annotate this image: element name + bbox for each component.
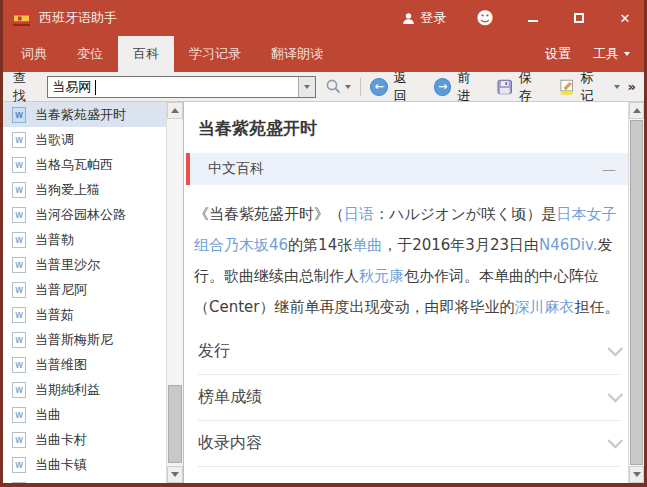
back-button[interactable]: ← 返回 <box>370 69 419 105</box>
search-input[interactable] <box>48 77 298 97</box>
save-label: 保存 <box>519 69 544 105</box>
article-text: 担任。 <box>575 298 620 316</box>
collapsible-section-row[interactable]: 发行 <box>198 329 620 375</box>
menubar-right: 设置 工具 <box>545 36 644 72</box>
search-button[interactable] <box>325 78 351 95</box>
list-item[interactable]: w 当普里沙尔 <box>3 252 167 277</box>
section-header-label: 中文百科 <box>208 160 264 178</box>
article-link[interactable]: 单曲 <box>352 236 382 254</box>
close-button[interactable]: ✕ <box>618 10 632 26</box>
entry-label: 当春紫苑盛开时 <box>35 106 126 124</box>
tools-button[interactable]: 工具 <box>593 45 630 63</box>
scroll-down-button[interactable] <box>167 466 183 483</box>
settings-button[interactable]: 设置 <box>545 45 571 63</box>
menu-tab[interactable]: 变位 <box>62 36 118 72</box>
list-item[interactable]: w 当普斯梅斯尼 <box>3 327 167 352</box>
maximize-button[interactable] <box>572 10 586 26</box>
collapsible-section-row[interactable]: 榜单成绩 <box>198 375 620 421</box>
menu-tab-label: 学习记录 <box>189 46 241 61</box>
toolbar-overflow-button[interactable]: » <box>628 79 636 94</box>
scrollbar-thumb[interactable] <box>168 385 182 463</box>
article-title: 当春紫苑盛开时 <box>184 102 644 140</box>
tools-label: 工具 <box>593 45 619 63</box>
back-arrow-icon: ← <box>370 78 387 96</box>
menu-tab[interactable]: 翻译朗读 <box>256 36 338 72</box>
list-item[interactable]: w 当惹雍错 <box>3 477 167 483</box>
menu-tab[interactable]: 词典 <box>6 36 62 72</box>
triangle-up-icon <box>171 108 179 113</box>
toolbar: 查找 ← 返回 → 前进 <box>3 72 644 102</box>
toolbar-separator <box>360 78 361 96</box>
feedback-smiley-icon[interactable]: ☻ <box>476 10 494 27</box>
section-list: 发行 榜单成绩 收录内容 <box>198 329 620 467</box>
app-window: 西班牙语助手 登录 ☻ ✕ 词典 变位 百科 学习记录 翻译朗读 设置 <box>0 0 647 487</box>
menu-tab[interactable]: 学习记录 <box>174 36 256 72</box>
collapse-icon[interactable]: — <box>602 161 616 177</box>
chevron-down-icon <box>608 341 624 357</box>
forward-arrow-icon: → <box>434 78 451 96</box>
entry-list: w 当春紫苑盛开时 w 当歌调 w 当格乌瓦帕西 w 当狗爱上猫 w 当河谷园林… <box>3 102 167 483</box>
sidebar: w 当春紫苑盛开时 w 当歌调 w 当格乌瓦帕西 w 当狗爱上猫 w 当河谷园林… <box>3 102 184 483</box>
list-item[interactable]: w 当狗爱上猫 <box>3 177 167 202</box>
triangle-up-icon <box>633 108 641 113</box>
wiki-doc-icon: w <box>12 207 26 223</box>
entry-label: 当普勒 <box>35 231 74 249</box>
list-item[interactable]: w 当普尼阿 <box>3 277 167 302</box>
content-scrollbar[interactable] <box>628 102 644 483</box>
list-item[interactable]: w 当普茹 <box>3 302 167 327</box>
minimize-button[interactable] <box>526 10 540 26</box>
list-item[interactable]: w 当歌调 <box>3 127 167 152</box>
scroll-up-button[interactable] <box>167 102 183 119</box>
wiki-doc-icon: w <box>12 107 26 123</box>
entry-label: 当普茹 <box>35 306 74 324</box>
wiki-doc-icon: w <box>12 182 26 198</box>
search-box <box>47 76 316 98</box>
triangle-down-icon <box>171 472 179 477</box>
entry-label: 当普尼阿 <box>35 281 87 299</box>
mark-dropdown-button[interactable] <box>614 85 620 89</box>
list-item[interactable]: w 当河谷园林公路 <box>3 202 167 227</box>
save-button[interactable]: 保存 <box>497 69 544 105</box>
entry-label: 当歌调 <box>35 131 74 149</box>
wiki-doc-icon: w <box>12 332 26 348</box>
person-icon <box>402 12 415 25</box>
article-link[interactable]: 秋元康 <box>359 267 404 285</box>
list-item[interactable]: w 当曲卡村 <box>3 427 167 452</box>
scroll-down-button[interactable] <box>629 466 644 483</box>
chevron-down-icon <box>608 433 624 449</box>
collapsible-section-row[interactable]: 收录内容 <box>198 421 620 467</box>
minimize-icon <box>528 20 538 22</box>
list-item[interactable]: w 当格乌瓦帕西 <box>3 152 167 177</box>
list-item[interactable]: w 当普勒 <box>3 227 167 252</box>
entry-label: 当曲卡镇 <box>35 456 87 474</box>
menu-tab-label: 百科 <box>133 46 159 61</box>
list-item[interactable]: w 当普维图 <box>3 352 167 377</box>
sidebar-scrollbar[interactable] <box>166 102 183 483</box>
entry-label: 当期純利益 <box>35 381 100 399</box>
chevron-down-icon <box>608 387 624 403</box>
list-item[interactable]: w 当春紫苑盛开时 <box>3 102 167 127</box>
mark-button[interactable]: 标记 <box>559 69 606 105</box>
menu-tab-label: 变位 <box>77 46 103 61</box>
list-item[interactable]: w 当曲 <box>3 402 167 427</box>
menu-tab[interactable]: 百科 <box>118 36 174 72</box>
menu-tab-label: 词典 <box>21 46 47 61</box>
scrollbar-thumb[interactable] <box>630 120 643 465</box>
maximize-icon <box>574 13 584 23</box>
app-icon-spanish-flag-book <box>13 11 30 26</box>
entry-label: 当格乌瓦帕西 <box>35 156 113 174</box>
article-text: 的第14张 <box>288 236 352 254</box>
search-history-dropdown-button[interactable] <box>298 77 315 97</box>
scroll-up-button[interactable] <box>629 102 644 119</box>
article-text: ，于2016年3月23日由 <box>382 236 539 254</box>
forward-button[interactable]: → 前进 <box>434 69 483 105</box>
section-header-chinese-wiki[interactable]: 中文百科 — <box>186 153 636 185</box>
article-link[interactable]: N46Div. <box>539 236 598 254</box>
back-label: 返回 <box>394 69 419 105</box>
article-link[interactable]: 深川麻衣 <box>515 298 575 316</box>
list-item[interactable]: w 当期純利益 <box>3 377 167 402</box>
find-label: 查找 <box>13 69 38 105</box>
login-button[interactable]: 登录 <box>402 9 446 27</box>
article-link[interactable]: 日语 <box>344 205 374 223</box>
list-item[interactable]: w 当曲卡镇 <box>3 452 167 477</box>
